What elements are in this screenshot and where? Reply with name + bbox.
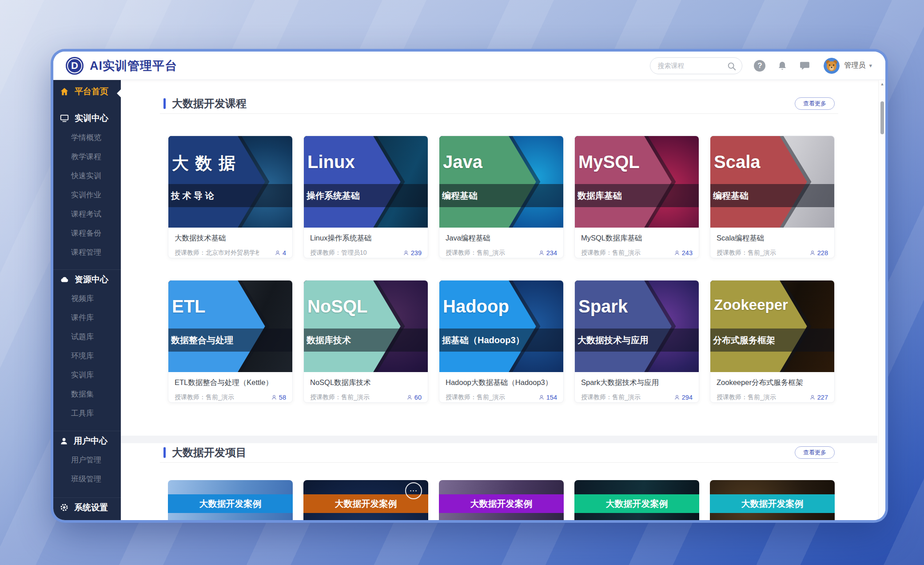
projects-section-title: 大数据开发项目 (172, 445, 247, 460)
sidebar-item[interactable]: 课程考试 (53, 204, 121, 224)
notifications-button[interactable] (777, 60, 788, 71)
chevron-down-icon[interactable]: ▾ (869, 62, 872, 69)
course-card[interactable]: Spark 大数据技术与应用 Spark大数据技术与应用 授课教师：售前_演示 … (574, 280, 699, 403)
project-card[interactable]: 大数据开发案例 (574, 480, 699, 520)
person-icon (538, 394, 545, 401)
cover-title: Scala (714, 152, 761, 172)
course-card[interactable]: Linux 操作系统基础 Linux操作系统基础 授课教师：管理员10 239 (303, 136, 428, 258)
course-card[interactable]: NoSQL 数据库技术 NoSQL数据库技术 授课教师：售前_演示 60 (303, 280, 428, 403)
user-icon (60, 437, 68, 445)
enroll-count: 234 (538, 249, 557, 256)
messages-button[interactable] (799, 60, 810, 71)
project-row: 大数据开发案例 ⋯ 大数据开发案例 大数据开发案例 大数据开发案例 大数据开发案… (168, 480, 835, 520)
sidebar-item[interactable]: 教学课程 (53, 147, 121, 166)
cover-subtitle: 大数据技术与应用 (578, 329, 699, 352)
sidebar-section-users[interactable]: 用户中心 (53, 431, 121, 450)
avatar[interactable] (824, 58, 840, 74)
divider (160, 462, 838, 463)
app-title: AI实训管理平台 (90, 58, 177, 74)
enroll-count: 239 (403, 249, 422, 256)
sidebar-item[interactable]: 课程备份 (53, 224, 121, 243)
project-banner: 大数据开发案例 (168, 494, 293, 513)
cover-subtitle: 技 术 导 论 (171, 184, 292, 207)
project-card[interactable]: 大数据开发案例 (168, 480, 293, 520)
scrollbar-thumb[interactable] (880, 101, 884, 134)
person-icon (406, 394, 413, 401)
course-teacher: 授课教师：管理员10 (310, 249, 367, 257)
course-card[interactable]: MySQL 数据库基础 MySQL数据库基础 授课教师：售前_演示 243 (574, 136, 699, 258)
sidebar-item[interactable]: 实训库 (53, 365, 121, 385)
enroll-count: 58 (271, 394, 286, 401)
app-header: D AI实训管理平台 ? (53, 52, 885, 80)
help-button[interactable]: ? (754, 60, 765, 72)
courses-more-button[interactable]: 查看更多 (795, 97, 835, 110)
cover-title: Spark (578, 297, 628, 317)
course-card[interactable]: Hadoop 据基础（Hadoop3） Hadoop大数据基础（Hadoop3）… (439, 280, 564, 403)
sidebar-item[interactable]: 视频库 (53, 289, 121, 308)
sidebar-item[interactable]: 用户管理 (53, 450, 121, 469)
app-window: D AI实训管理平台 ? (53, 52, 885, 520)
cover-subtitle: 数据整合与处理 (171, 329, 292, 352)
main-content: 大数据开发课程 查看更多 大 数 据 技 术 导 论 大数据技术基础 授课教师：… (121, 80, 877, 520)
search-icon[interactable] (727, 61, 737, 73)
project-card[interactable]: 大数据开发案例 (439, 480, 564, 520)
header-actions: ? 管理员 ▾ (650, 57, 872, 74)
cover-subtitle: 编程基础 (442, 184, 563, 207)
active-item-wedge (117, 89, 121, 97)
person-icon (809, 250, 816, 256)
course-card[interactable]: ETL 数据整合与处理 ETL数据整合与处理（Kettle） 授课教师：售前_演… (168, 280, 293, 403)
course-teacher: 授课教师：售前_演示 (717, 393, 776, 401)
enroll-count: 294 (674, 394, 693, 401)
user-name[interactable]: 管理员 (844, 61, 865, 70)
sidebar-section-resources[interactable]: 资源中心 (53, 269, 121, 289)
sidebar-item[interactable]: 实训作业 (53, 185, 121, 204)
course-name: 大数据技术基础 (175, 233, 286, 243)
cover-subtitle: 数据库基础 (578, 184, 699, 207)
projects-more-button[interactable]: 查看更多 (795, 446, 835, 459)
person-icon (403, 250, 409, 256)
course-name: MySQL数据库基础 (581, 233, 693, 243)
sidebar-section-settings[interactable]: 系统设置 (53, 497, 121, 517)
cover-title: Zookeeper (714, 297, 788, 313)
course-name: Scala编程基础 (717, 233, 828, 243)
cover-title: Linux (307, 152, 355, 172)
sidebar-item[interactable]: 课件库 (53, 308, 121, 327)
title-bar-accent (163, 98, 166, 109)
sidebar-item[interactable]: 学情概览 (53, 128, 121, 147)
course-teacher: 授课教师：售前_演示 (581, 393, 641, 401)
cover-subtitle: 分布式服务框架 (713, 329, 834, 352)
monitor-icon (60, 113, 69, 123)
course-teacher: 授课教师：售前_演示 (446, 249, 505, 257)
enroll-count: 243 (674, 249, 693, 256)
course-card[interactable]: Scala 编程基础 Scala编程基础 授课教师：售前_演示 228 (710, 136, 835, 258)
cover-title: MySQL (578, 152, 640, 172)
bell-icon (777, 60, 788, 71)
person-icon (275, 250, 281, 256)
sidebar-item[interactable]: 班级管理 (53, 469, 121, 489)
scroll-up-arrow[interactable]: ▲ (879, 80, 885, 88)
cover-title: Java (443, 152, 482, 172)
sidebar-item[interactable]: 快速实训 (53, 166, 121, 185)
course-card[interactable]: Zookeeper 分布式服务框架 Zookeeper分布式服务框架 授课教师：… (710, 280, 835, 403)
enroll-count: 154 (538, 394, 557, 401)
sidebar-section-training[interactable]: 实训中心 (53, 108, 121, 128)
project-card[interactable]: ⋯ 大数据开发案例 (303, 480, 428, 520)
course-teacher: 授课教师：售前_演示 (446, 393, 505, 401)
project-card[interactable]: 大数据开发案例 (710, 480, 835, 520)
sidebar-item-home[interactable]: 平台首页 (53, 82, 121, 101)
sidebar-item[interactable]: 环境库 (53, 346, 121, 365)
cover-title: 大 数 据 (172, 152, 236, 175)
person-icon (538, 250, 545, 256)
cover-title: Hadoop (443, 297, 509, 317)
course-card[interactable]: Java 编程基础 Java编程基础 授课教师：售前_演示 234 (439, 136, 564, 258)
cover-title: ETL (172, 297, 206, 317)
projects-section-header: 大数据开发项目 查看更多 (163, 445, 835, 460)
course-teacher: 授课教师：售前_演示 (175, 393, 234, 401)
courses-section-title: 大数据开发课程 (172, 96, 247, 111)
sidebar-item[interactable]: 试题库 (53, 327, 121, 346)
sidebar-item[interactable]: 课程管理 (53, 243, 121, 262)
course-card[interactable]: 大 数 据 技 术 导 论 大数据技术基础 授课教师：北京市对外贸易学校教...… (168, 136, 293, 258)
sidebar-item[interactable]: 数据集 (53, 385, 121, 404)
divider (160, 113, 838, 114)
sidebar-item[interactable]: 工具库 (53, 404, 121, 423)
